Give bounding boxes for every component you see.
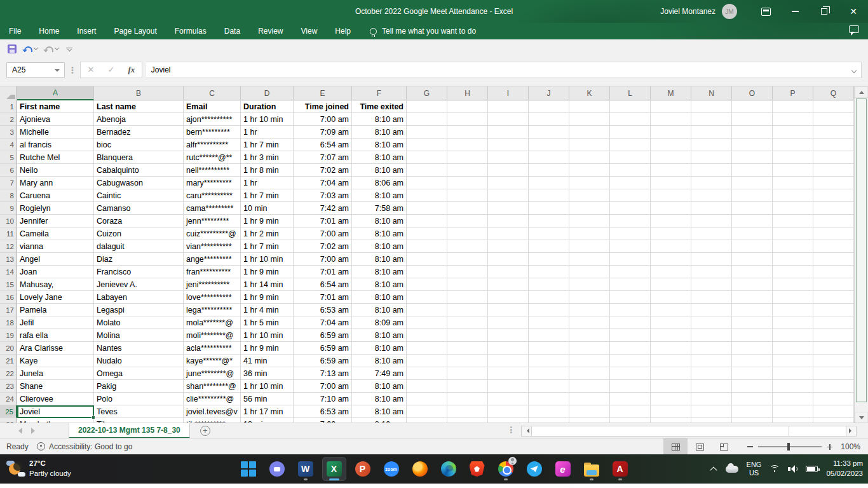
cell-G25[interactable] bbox=[407, 405, 447, 418]
cell-M5[interactable] bbox=[651, 151, 691, 164]
cell-E8[interactable]: 7:03 am bbox=[294, 189, 352, 202]
cell-E25[interactable]: 6:53 am bbox=[294, 405, 352, 418]
cell-F19[interactable]: 8:10 am bbox=[352, 329, 407, 342]
cell-P14[interactable] bbox=[773, 266, 813, 278]
cell-A4[interactable]: al francis bbox=[17, 139, 94, 151]
powerpoint-button[interactable]: P bbox=[351, 457, 375, 481]
cell-M17[interactable] bbox=[651, 304, 691, 316]
cell-M13[interactable] bbox=[651, 253, 691, 266]
cell-K10[interactable] bbox=[569, 215, 610, 227]
cell-F12[interactable]: 8:10 am bbox=[352, 240, 407, 253]
save-button[interactable] bbox=[5, 41, 19, 57]
clock[interactable]: 11:33 pm 05/02/2023 bbox=[826, 459, 863, 478]
cell-H14[interactable] bbox=[447, 266, 488, 278]
cell-K13[interactable] bbox=[569, 253, 610, 266]
language-indicator[interactable]: ENG US bbox=[747, 461, 762, 477]
cell-N12[interactable] bbox=[691, 240, 732, 253]
cell-N4[interactable] bbox=[691, 139, 732, 151]
select-all-corner[interactable] bbox=[0, 86, 17, 100]
cell-A20[interactable]: Ara Clarisse bbox=[17, 342, 94, 355]
firefox-button[interactable] bbox=[408, 457, 432, 481]
cell-P24[interactable] bbox=[773, 393, 813, 405]
cell-M24[interactable] bbox=[651, 393, 691, 405]
cell-J3[interactable] bbox=[529, 126, 569, 139]
cell-M6[interactable] bbox=[651, 164, 691, 177]
tell-me-box[interactable]: Tell me what you want to do bbox=[370, 27, 476, 36]
word-button[interactable]: W bbox=[294, 457, 318, 481]
cell-N16[interactable] bbox=[691, 291, 732, 304]
cell-B22[interactable]: Omega bbox=[94, 367, 184, 380]
formula-input[interactable]: Joviel bbox=[146, 62, 862, 78]
cell-C6[interactable]: neil********** bbox=[184, 164, 241, 177]
row-header-3[interactable]: 3 bbox=[0, 126, 17, 139]
cell-P25[interactable] bbox=[773, 405, 813, 418]
cell-K9[interactable] bbox=[569, 202, 610, 215]
fill-handle[interactable] bbox=[92, 416, 95, 419]
cell-H26[interactable] bbox=[447, 418, 488, 423]
cell-Q17[interactable] bbox=[813, 304, 854, 316]
ribbon-tab-formulas[interactable]: Formulas bbox=[166, 23, 215, 39]
row-header-21[interactable]: 21 bbox=[0, 355, 17, 367]
row-header-18[interactable]: 18 bbox=[0, 316, 17, 329]
cell-N1[interactable] bbox=[691, 100, 732, 113]
cell-A10[interactable]: Jennifer bbox=[17, 215, 94, 227]
cell-L17[interactable] bbox=[610, 304, 651, 316]
cell-F20[interactable]: 8:10 am bbox=[352, 342, 407, 355]
cell-N3[interactable] bbox=[691, 126, 732, 139]
account-name[interactable]: Joviel Montanez bbox=[660, 7, 715, 16]
cell-P21[interactable] bbox=[773, 355, 813, 367]
cell-G6[interactable] bbox=[407, 164, 447, 177]
cell-P2[interactable] bbox=[773, 113, 813, 126]
cell-P1[interactable] bbox=[773, 100, 813, 113]
column-header-E[interactable]: E bbox=[294, 86, 352, 100]
cell-D9[interactable]: 10 min bbox=[241, 202, 294, 215]
column-header-M[interactable]: M bbox=[651, 86, 691, 100]
cell-C23[interactable]: shan********@ bbox=[184, 380, 241, 393]
cell-F6[interactable]: 8:10 am bbox=[352, 164, 407, 177]
cell-L11[interactable] bbox=[610, 227, 651, 240]
cell-B14[interactable]: Francisco bbox=[94, 266, 184, 278]
zoom-slider-handle[interactable] bbox=[787, 443, 790, 451]
cell-M19[interactable] bbox=[651, 329, 691, 342]
cell-E11[interactable]: 7:00 am bbox=[294, 227, 352, 240]
cell-J2[interactable] bbox=[529, 113, 569, 126]
zoom-out-button[interactable] bbox=[747, 446, 753, 447]
cell-K4[interactable] bbox=[569, 139, 610, 151]
cell-B21[interactable]: Nudalo bbox=[94, 355, 184, 367]
cell-K3[interactable] bbox=[569, 126, 610, 139]
cell-P11[interactable] bbox=[773, 227, 813, 240]
cell-Q4[interactable] bbox=[813, 139, 854, 151]
cell-C25[interactable]: joviel.teves@v bbox=[184, 405, 241, 418]
cell-D6[interactable]: 1 hr 8 min bbox=[241, 164, 294, 177]
onedrive-icon[interactable] bbox=[726, 466, 738, 473]
name-box[interactable]: A25 bbox=[6, 62, 65, 78]
new-sheet-button[interactable]: + bbox=[200, 426, 210, 436]
ribbon-tab-insert[interactable]: Insert bbox=[68, 23, 105, 39]
cell-I12[interactable] bbox=[488, 240, 529, 253]
cell-I5[interactable] bbox=[488, 151, 529, 164]
cell-H1[interactable] bbox=[447, 100, 488, 113]
cell-A14[interactable]: Joan bbox=[17, 266, 94, 278]
cell-N25[interactable] bbox=[691, 405, 732, 418]
cell-Q8[interactable] bbox=[813, 189, 854, 202]
cell-J11[interactable] bbox=[529, 227, 569, 240]
cell-E2[interactable]: 7:00 am bbox=[294, 113, 352, 126]
cell-M25[interactable] bbox=[651, 405, 691, 418]
cell-G5[interactable] bbox=[407, 151, 447, 164]
cell-P23[interactable] bbox=[773, 380, 813, 393]
cell-A8[interactable]: Caruena bbox=[17, 189, 94, 202]
cell-C16[interactable]: love********** bbox=[184, 291, 241, 304]
cell-B19[interactable]: Molina bbox=[94, 329, 184, 342]
cell-P6[interactable] bbox=[773, 164, 813, 177]
cell-G26[interactable] bbox=[407, 418, 447, 423]
cell-I3[interactable] bbox=[488, 126, 529, 139]
cell-O16[interactable] bbox=[732, 291, 773, 304]
cell-B23[interactable]: Pakig bbox=[94, 380, 184, 393]
cell-O4[interactable] bbox=[732, 139, 773, 151]
scroll-down-button[interactable] bbox=[855, 412, 868, 423]
cell-A13[interactable]: Angel bbox=[17, 253, 94, 266]
cell-G21[interactable] bbox=[407, 355, 447, 367]
cell-C9[interactable]: cama********* bbox=[184, 202, 241, 215]
cell-C4[interactable]: alfr********** bbox=[184, 139, 241, 151]
cell-I11[interactable] bbox=[488, 227, 529, 240]
